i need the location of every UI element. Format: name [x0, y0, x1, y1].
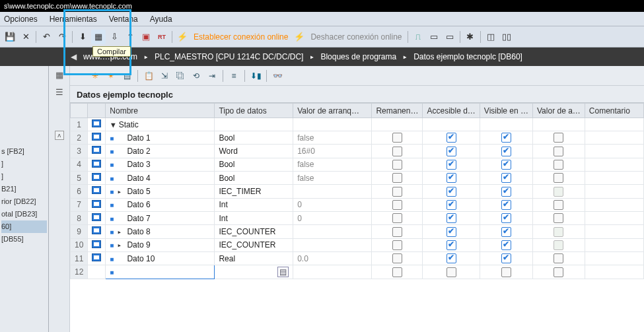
go-offline-icon[interactable]: ⚡: [292, 30, 306, 44]
col-valor[interactable]: Valor de arranq…: [293, 104, 372, 118]
table-row[interactable]: 5■ Dato 4Boolfalse: [71, 171, 644, 184]
layout2-icon[interactable]: ▯▯: [499, 30, 514, 44]
snapshot-icon[interactable]: 📋: [142, 69, 155, 83]
compile-icon[interactable]: ▦: [91, 30, 106, 44]
db-icon: [92, 146, 101, 154]
db-icon: [92, 226, 101, 234]
db-icon: [92, 186, 101, 194]
tree-item[interactable]: B21]: [1, 183, 47, 195]
compile-tooltip: Compilar: [92, 46, 131, 57]
col-acces[interactable]: Accesible d…: [423, 104, 480, 118]
layout1-icon[interactable]: ◫: [483, 30, 498, 44]
download-block-icon[interactable]: ⬇▮: [249, 69, 262, 83]
xref-icon[interactable]: ✱: [463, 30, 478, 44]
go-offline-button: Deshacer conexión online: [310, 32, 402, 42]
rt-icon[interactable]: RT: [155, 30, 169, 44]
insert-row-icon[interactable]: ✳: [89, 69, 102, 83]
go-online-button[interactable]: Establecer conexión online: [194, 32, 288, 42]
device-icon[interactable]: ⎍: [411, 30, 425, 44]
chevron-right-icon[interactable]: ▸: [400, 52, 410, 61]
redo-icon[interactable]: ↷: [55, 30, 69, 44]
reset-icon[interactable]: ⟲: [190, 69, 203, 83]
chevron-right-icon[interactable]: ▸: [307, 52, 316, 61]
go-online-icon[interactable]: ⚡: [175, 30, 190, 44]
load-hw-icon[interactable]: ⇩: [107, 30, 122, 44]
db-icon: [92, 240, 101, 248]
db-icon: [92, 173, 101, 181]
tree-item[interactable]: 60]: [1, 220, 47, 233]
col-ajuste[interactable]: Valor de a…: [533, 104, 585, 118]
menu-opciones[interactable]: Opciones: [4, 15, 38, 24]
screen2-icon[interactable]: ▭: [443, 30, 457, 44]
col-coment[interactable]: Comentario: [585, 104, 643, 118]
db-icon: [92, 253, 101, 261]
list-icon[interactable]: ☰: [54, 87, 65, 98]
col-reman[interactable]: Remanen…: [372, 104, 423, 118]
table-row[interactable]: 2■ Dato 1Boolfalse: [71, 131, 644, 145]
table-row[interactable]: 7■ Dato 6Int0: [71, 198, 644, 211]
menubar: Opciones Herramientas Ventana Ayuda: [0, 12, 644, 26]
table-row[interactable]: 11■ Dato 10Real0.0: [71, 251, 644, 265]
db-icon: [92, 213, 101, 221]
filter-icon[interactable]: ▤: [120, 69, 133, 83]
screen-icon[interactable]: ▭: [427, 30, 441, 44]
init-icon[interactable]: ⇥: [205, 69, 219, 83]
insert-row2-icon[interactable]: ✴: [104, 69, 118, 83]
table-row[interactable]: 6■ ▸ Dato 5IEC_TIMER: [71, 185, 644, 198]
db-icon: [92, 133, 101, 141]
menu-ayuda[interactable]: Ayuda: [150, 15, 172, 24]
undo-icon[interactable]: ↶: [39, 30, 54, 44]
table-row[interactable]: 4■ Dato 3Boolfalse: [71, 158, 644, 171]
col-tipo[interactable]: Tipo de datos: [215, 104, 293, 118]
bc-left-icon[interactable]: ◀: [67, 51, 79, 63]
tree-item[interactable]: [DB55]: [1, 233, 47, 246]
tree-item[interactable]: otal [DB23]: [1, 208, 47, 220]
close-icon[interactable]: ✕: [18, 30, 33, 44]
load-start-icon[interactable]: ⇲: [158, 69, 171, 83]
col-visible[interactable]: Visible en …: [480, 104, 532, 118]
bc-folder[interactable]: Bloques de programa: [320, 52, 396, 61]
col-nombre[interactable]: Nombre: [106, 104, 215, 118]
tree-item[interactable]: rior [DB22]: [1, 195, 47, 208]
block-title: Datos ejemplo tecnoplc: [70, 86, 644, 102]
tree-item[interactable]: s [FB2]: [1, 145, 47, 158]
table-row[interactable]: 9■ ▸ Dato 8IEC_COUNTER: [71, 225, 644, 238]
menu-ventana[interactable]: Ventana: [109, 15, 138, 24]
scroll-up-icon[interactable]: ʌ: [55, 131, 64, 140]
table-view-icon[interactable]: ▦: [54, 70, 65, 81]
sim-icon[interactable]: ▣: [139, 30, 153, 44]
glasses-icon[interactable]: 👓: [271, 69, 284, 83]
bc-block[interactable]: Datos ejemplo tecnoplc [DB60]: [413, 52, 522, 61]
table-row[interactable]: 10■ ▸ Dato 9IEC_COUNTER: [71, 238, 644, 251]
db-icon: [92, 160, 101, 168]
copy-icon[interactable]: ⿻: [174, 69, 187, 83]
table-row[interactable]: 8■ Dato 7Int0: [71, 211, 644, 224]
editor-toolbar: ✳ ✴ ▤ 📋 ⇲ ⿻ ⟲ ⇥ ≡ ⬇▮ 👓: [70, 66, 644, 86]
tree-item[interactable]: ]: [1, 170, 47, 183]
menu-herramientas[interactable]: Herramientas: [50, 15, 97, 24]
chevron-right-icon[interactable]: ▸: [141, 52, 151, 61]
db-icon: [92, 119, 101, 127]
bc-cpu[interactable]: PLC_MAESTRO [CPU 1214C DC/DC/DC]: [155, 52, 303, 61]
table-row[interactable]: 12■ ▤: [71, 265, 644, 279]
download-icon[interactable]: ⬇: [75, 30, 90, 44]
window-titlebar: s\www.tecnoplc.com\www.tecnoplc.com: [0, 0, 644, 12]
table-row[interactable]: 1▼ Static: [71, 118, 644, 131]
expand-icon[interactable]: ≡: [227, 69, 240, 83]
editor-gutter: ▦ ☰ ʌ: [49, 66, 70, 332]
upload-icon[interactable]: ⬆: [123, 30, 137, 44]
project-sidebar: s [FB2]]]B21]rior [DB22]otal [DB23]60][D…: [0, 66, 49, 332]
main-toolbar: 💾 ✕ ↶ ↷ ⬇ ▦ ⇩ ⬆ ▣ RT ⚡ Establecer conexi…: [0, 26, 644, 48]
tree-item[interactable]: ]: [1, 158, 47, 170]
table-row[interactable]: 3■ Dato 2Word16#0: [71, 145, 644, 158]
save-icon[interactable]: 💾: [3, 30, 17, 44]
db-icon: [92, 200, 101, 208]
data-grid[interactable]: Nombre Tipo de datos Valor de arranq… Re…: [70, 102, 644, 332]
